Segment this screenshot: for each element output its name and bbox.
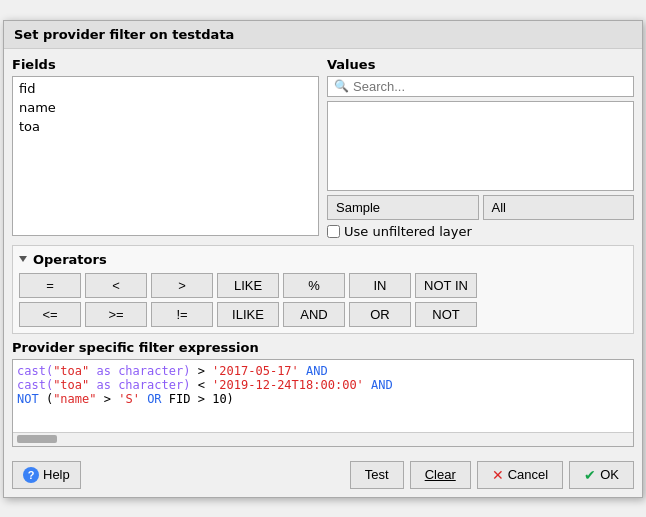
op-percent[interactable]: %: [283, 273, 345, 298]
op-like[interactable]: LIKE: [217, 273, 279, 298]
field-item-name[interactable]: name: [15, 98, 316, 117]
top-section: Fields fid name toa Values 🔍 Sample All: [12, 57, 634, 239]
fields-label: Fields: [12, 57, 319, 72]
op-not-in[interactable]: NOT IN: [415, 273, 477, 298]
operators-header: Operators: [19, 252, 627, 267]
filter-scrollbar[interactable]: [13, 432, 633, 446]
clear-label: Clear: [425, 467, 456, 482]
bottom-buttons: ? Help Test Clear ✕ Cancel ✔ OK: [4, 455, 642, 497]
values-label: Values: [327, 57, 634, 72]
values-buttons: Sample All: [327, 195, 634, 220]
op-and[interactable]: AND: [283, 302, 345, 327]
dialog-title: Set provider filter on testdata: [4, 21, 642, 49]
ok-icon: ✔: [584, 467, 596, 483]
cancel-icon: ✕: [492, 467, 504, 483]
unfiltered-row: Use unfiltered layer: [327, 224, 634, 239]
sample-button[interactable]: Sample: [327, 195, 479, 220]
field-item-toa[interactable]: toa: [15, 117, 316, 136]
values-section: Values 🔍 Sample All Use unfiltered layer: [327, 57, 634, 239]
search-input[interactable]: [353, 79, 627, 94]
op-neq[interactable]: !=: [151, 302, 213, 327]
operators-label: Operators: [33, 252, 107, 267]
ok-label: OK: [600, 467, 619, 482]
help-label: Help: [43, 467, 70, 482]
op-in[interactable]: IN: [349, 273, 411, 298]
main-dialog: Set provider filter on testdata Fields f…: [3, 20, 643, 498]
chevron-down-icon: [19, 256, 27, 262]
op-or[interactable]: OR: [349, 302, 411, 327]
unfiltered-checkbox[interactable]: [327, 225, 340, 238]
search-box: 🔍: [327, 76, 634, 97]
operators-row-2: <= >= != ILIKE AND OR NOT: [19, 302, 627, 327]
op-eq[interactable]: =: [19, 273, 81, 298]
operators-grid: = < > LIKE % IN NOT IN <= >= != ILIKE AN…: [19, 273, 627, 327]
filter-textarea-wrapper: cast("toa" as character) > '2017-05-17' …: [12, 359, 634, 447]
values-list[interactable]: [327, 101, 634, 191]
op-lt[interactable]: <: [85, 273, 147, 298]
field-item-fid[interactable]: fid: [15, 79, 316, 98]
op-lte[interactable]: <=: [19, 302, 81, 327]
operators-row-1: = < > LIKE % IN NOT IN: [19, 273, 627, 298]
search-icon: 🔍: [334, 79, 349, 93]
cancel-button[interactable]: ✕ Cancel: [477, 461, 563, 489]
help-icon: ?: [23, 467, 39, 483]
clear-button[interactable]: Clear: [410, 461, 471, 489]
operators-section: Operators = < > LIKE % IN NOT IN <= >= !…: [12, 245, 634, 334]
fields-list[interactable]: fid name toa: [12, 76, 319, 236]
filter-label: Provider specific filter expression: [12, 340, 634, 355]
dialog-body: Fields fid name toa Values 🔍 Sample All: [4, 49, 642, 455]
cancel-label: Cancel: [508, 467, 548, 482]
all-button[interactable]: All: [483, 195, 635, 220]
right-buttons: Test Clear ✕ Cancel ✔ OK: [350, 461, 634, 489]
op-gt[interactable]: >: [151, 273, 213, 298]
op-not[interactable]: NOT: [415, 302, 477, 327]
ok-button[interactable]: ✔ OK: [569, 461, 634, 489]
op-gte[interactable]: >=: [85, 302, 147, 327]
op-ilike[interactable]: ILIKE: [217, 302, 279, 327]
filter-expression[interactable]: cast("toa" as character) > '2017-05-17' …: [13, 360, 633, 432]
help-button[interactable]: ? Help: [12, 461, 81, 489]
fields-section: Fields fid name toa: [12, 57, 319, 239]
filter-section: Provider specific filter expression cast…: [12, 340, 634, 447]
test-button[interactable]: Test: [350, 461, 404, 489]
unfiltered-label: Use unfiltered layer: [344, 224, 472, 239]
